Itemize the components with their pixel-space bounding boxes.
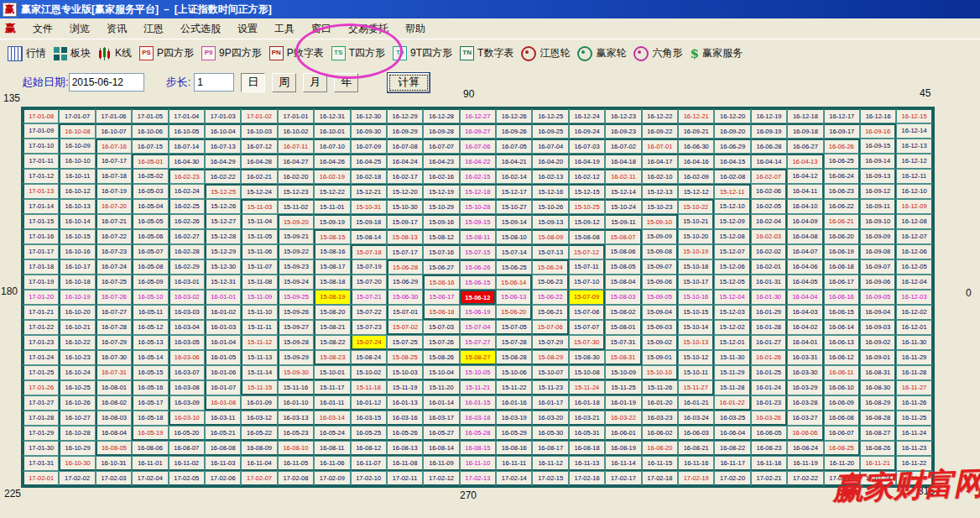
date-cell[interactable]: 16-08-17 <box>532 441 568 456</box>
date-cell[interactable]: 16-07-10 <box>314 139 350 154</box>
date-cell[interactable]: 17-02-23 <box>824 471 860 486</box>
toolbar-item-gann-wheel[interactable]: 江恩轮 <box>521 46 570 61</box>
date-cell[interactable]: 15-12-23 <box>278 184 314 199</box>
date-cell[interactable]: 16-10-25 <box>59 380 95 395</box>
date-cell[interactable]: 16-05-13 <box>132 335 168 350</box>
step-input[interactable] <box>194 73 234 92</box>
date-cell[interactable]: 15-09-09 <box>642 229 678 244</box>
date-cell[interactable]: 16-01-01 <box>205 290 241 305</box>
date-cell[interactable]: 16-10-21 <box>59 320 95 335</box>
date-cell[interactable]: 16-11-23 <box>896 441 932 456</box>
date-cell[interactable]: 17-02-02 <box>59 471 95 486</box>
date-cell[interactable]: 16-02-04 <box>751 214 787 229</box>
date-cell[interactable]: 16-09-28 <box>423 123 459 139</box>
date-cell[interactable]: 16-09-20 <box>714 123 750 139</box>
date-cell[interactable]: 15-08-27 <box>460 350 496 365</box>
date-cell[interactable]: 17-02-20 <box>714 471 750 486</box>
date-cell[interactable]: 17-01-13 <box>23 184 59 199</box>
date-cell[interactable]: 15-07-21 <box>351 290 387 305</box>
date-cell[interactable]: 15-10-01 <box>314 365 350 380</box>
date-cell[interactable]: 16-05-15 <box>132 365 168 380</box>
date-cell[interactable]: 16-02-17 <box>387 169 423 184</box>
date-cell[interactable]: 16-09-22 <box>642 123 678 139</box>
date-cell[interactable]: 16-10-01 <box>314 123 350 139</box>
date-cell[interactable]: 16-04-28 <box>241 154 277 169</box>
date-cell[interactable]: 15-08-19 <box>314 290 350 305</box>
date-cell[interactable]: 16-12-03 <box>896 290 932 305</box>
date-cell[interactable]: 15-12-17 <box>496 184 532 199</box>
date-cell[interactable]: 15-08-29 <box>532 350 568 365</box>
date-cell[interactable]: 16-01-24 <box>751 380 787 395</box>
date-cell[interactable]: 16-04-18 <box>605 154 641 169</box>
date-cell[interactable]: 16-03-30 <box>787 365 823 380</box>
date-cell[interactable]: 16-10-23 <box>59 350 95 365</box>
date-cell[interactable]: 16-02-23 <box>169 169 205 184</box>
date-cell[interactable]: 16-09-21 <box>678 123 714 139</box>
date-cell[interactable]: 16-03-20 <box>532 411 568 426</box>
date-cell[interactable]: 16-07-16 <box>96 139 132 154</box>
date-cell[interactable]: 15-07-04 <box>460 320 496 335</box>
date-cell[interactable]: 16-11-09 <box>423 456 459 471</box>
date-cell[interactable]: 16-12-07 <box>896 229 932 244</box>
date-cell[interactable]: 15-10-13 <box>678 335 714 350</box>
date-cell[interactable]: 16-07-01 <box>642 139 678 154</box>
menu-item-trade-order[interactable]: 交易委托 <box>340 20 397 37</box>
date-cell[interactable]: 15-09-28 <box>278 335 314 350</box>
date-cell[interactable]: 16-06-30 <box>678 139 714 154</box>
date-cell[interactable]: 16-01-27 <box>751 335 787 350</box>
date-cell[interactable]: 17-01-05 <box>132 108 168 123</box>
date-cell[interactable]: 15-11-22 <box>496 380 532 395</box>
date-cell[interactable]: 17-01-17 <box>23 244 59 259</box>
date-cell[interactable]: 16-05-23 <box>278 426 314 441</box>
date-cell[interactable]: 16-12-20 <box>714 108 750 123</box>
date-cell[interactable]: 15-08-13 <box>387 229 423 244</box>
date-cell[interactable]: 17-01-31 <box>23 456 59 471</box>
date-cell[interactable]: 15-08-12 <box>423 229 459 244</box>
date-cell[interactable]: 15-08-25 <box>387 350 423 365</box>
date-cell[interactable]: 16-07-12 <box>241 139 277 154</box>
date-cell[interactable]: 15-06-25 <box>496 259 532 275</box>
date-cell[interactable]: 15-11-06 <box>241 244 277 259</box>
date-cell[interactable]: 16-06-02 <box>642 426 678 441</box>
date-cell[interactable]: 16-10-18 <box>59 275 95 290</box>
date-cell[interactable]: 16-05-07 <box>132 244 168 259</box>
menu-item-window[interactable]: 窗口 <box>303 20 340 37</box>
date-cell[interactable]: 16-03-09 <box>169 395 205 411</box>
date-cell[interactable]: 15-07-16 <box>423 244 459 259</box>
date-cell[interactable]: 15-11-30 <box>714 350 750 365</box>
date-cell[interactable]: 15-10-21 <box>678 214 714 229</box>
date-cell[interactable]: 15-07-05 <box>496 320 532 335</box>
date-cell[interactable]: 15-12-27 <box>205 214 241 229</box>
date-cell[interactable]: 16-07-20 <box>96 199 132 214</box>
date-cell[interactable]: 15-10-14 <box>678 320 714 335</box>
date-cell[interactable]: 16-02-05 <box>751 199 787 214</box>
date-cell[interactable]: 16-11-17 <box>714 456 750 471</box>
date-cell[interactable]: 15-07-08 <box>569 305 605 320</box>
date-cell[interactable]: 16-07-03 <box>569 139 605 154</box>
date-cell[interactable]: 16-07-18 <box>96 169 132 184</box>
date-cell[interactable]: 16-05-27 <box>423 426 459 441</box>
date-cell[interactable]: 16-07-14 <box>169 139 205 154</box>
date-cell[interactable]: 16-06-15 <box>824 305 860 320</box>
date-cell[interactable]: 15-09-16 <box>423 214 459 229</box>
toolbar-item-p-square[interactable]: PSP四方形 <box>139 46 194 60</box>
date-cell[interactable]: 15-07-15 <box>460 244 496 259</box>
menu-item-tools[interactable]: 工具 <box>266 20 303 37</box>
date-cell[interactable]: 16-06-03 <box>678 426 714 441</box>
date-cell[interactable]: 15-09-27 <box>278 320 314 335</box>
date-cell[interactable]: 15-06-15 <box>460 275 496 290</box>
date-cell[interactable]: 16-05-28 <box>460 426 496 441</box>
date-cell[interactable]: 17-01-28 <box>23 411 59 426</box>
date-cell[interactable]: 15-10-05 <box>460 365 496 380</box>
date-cell[interactable]: 16-09-06 <box>860 275 896 290</box>
date-cell[interactable]: 15-09-25 <box>278 290 314 305</box>
date-cell[interactable]: 15-11-28 <box>714 380 750 395</box>
date-cell[interactable]: 15-10-04 <box>423 365 459 380</box>
date-cell[interactable]: 16-10-15 <box>59 229 95 244</box>
date-cell[interactable]: 17-01-02 <box>241 108 277 123</box>
date-cell[interactable]: 16-11-05 <box>278 456 314 471</box>
menu-item-formula-stock-pick[interactable]: 公式选股 <box>172 20 229 37</box>
date-cell[interactable]: 16-06-12 <box>824 350 860 365</box>
date-cell[interactable]: 15-06-16 <box>423 275 459 290</box>
date-cell[interactable]: 15-11-03 <box>241 199 277 214</box>
